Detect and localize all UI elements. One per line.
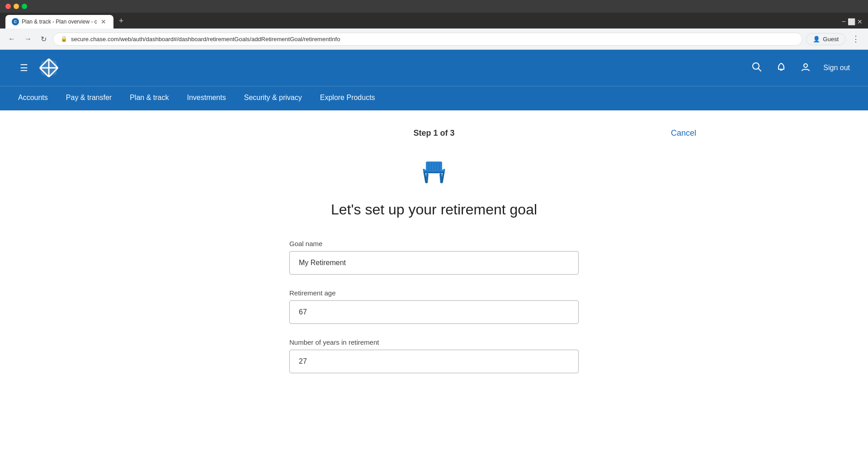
account-button[interactable] [799,60,812,76]
retirement-age-group: Retirement age [289,289,579,324]
page-title: Let's set up your retirement goal [289,201,579,218]
tab-favicon: C [12,18,19,25]
chase-logo-icon [39,58,59,78]
step-indicator: Step 1 of 3 [413,128,454,138]
nav-item-investments[interactable]: Investments [178,86,235,110]
window-minimize-icon[interactable]: − [842,18,846,26]
retirement-years-group: Number of years in retirement [289,338,579,373]
user-icon [801,62,811,72]
profile-label: Guest [823,36,839,43]
url-text: secure.chase.com/web/auth/dashboard#/das… [71,36,795,43]
tab-close-button[interactable]: ✕ [100,18,107,25]
browser-menu-button[interactable]: ⋮ [849,32,863,46]
goal-name-input[interactable] [289,251,579,275]
hamburger-button[interactable]: ☰ [18,61,30,75]
browser-tab[interactable]: C Plan & track - Plan overview - c ✕ [5,15,113,28]
search-button[interactable] [750,60,764,76]
svg-rect-24 [439,162,440,171]
back-button[interactable]: ← [5,33,18,45]
svg-point-11 [804,64,807,67]
retirement-years-label: Number of years in retirement [289,338,579,346]
app-header: ☰ [0,50,868,86]
new-tab-button[interactable]: + [115,14,127,28]
window-close-btn[interactable] [5,4,11,9]
nav-item-plan-track[interactable]: Plan & track [121,86,178,110]
svg-rect-21 [430,162,432,171]
window-restore-icon[interactable]: ⬜ [848,18,855,25]
app: ☰ [0,50,868,412]
profile-button[interactable]: 👤 Guest [806,33,845,45]
sign-out-button[interactable]: Sign out [823,64,850,72]
cancel-button[interactable]: Cancel [671,128,696,138]
lock-icon: 🔒 [61,36,67,42]
svg-rect-22 [433,162,435,171]
chase-logo[interactable] [39,58,59,78]
nav-bar: Accounts Pay & transfer Plan & track Inv… [0,86,868,110]
retirement-chair-icon [418,156,450,189]
header-left: ☰ [18,58,59,78]
forward-button[interactable]: → [22,33,34,45]
svg-line-8 [758,68,761,71]
window-close-icon[interactable]: ✕ [857,18,863,25]
window-minimize-btn[interactable] [14,4,19,9]
search-icon [752,62,762,72]
notification-icon [776,62,786,72]
reload-button[interactable]: ↻ [38,33,49,45]
goal-name-label: Goal name [289,240,579,247]
nav-item-explore-products[interactable]: Explore Products [311,86,384,110]
notifications-button[interactable] [774,60,788,76]
goal-name-group: Goal name [289,240,579,275]
address-bar[interactable]: 🔒 secure.chase.com/web/auth/dashboard#/d… [53,33,802,46]
nav-item-accounts[interactable]: Accounts [18,86,57,110]
svg-rect-20 [428,162,429,171]
svg-rect-23 [436,162,438,171]
window-maximize-btn[interactable] [22,4,27,9]
step-header: Step 1 of 3 Cancel [172,128,696,138]
nav-item-pay-transfer[interactable]: Pay & transfer [57,86,121,110]
retirement-icon-container [289,156,579,190]
nav-item-security-privacy[interactable]: Security & privacy [235,86,311,110]
retirement-age-input[interactable] [289,300,579,324]
form-container: Let's set up your retirement goal Goal n… [289,156,579,373]
retirement-years-input[interactable] [289,350,579,373]
main-content: Step 1 of 3 Cancel [163,110,705,406]
tab-title: Plan & track - Plan overview - c [22,19,97,25]
header-right: Sign out [750,60,850,76]
retirement-age-label: Retirement age [289,289,579,297]
profile-icon: 👤 [813,36,820,43]
